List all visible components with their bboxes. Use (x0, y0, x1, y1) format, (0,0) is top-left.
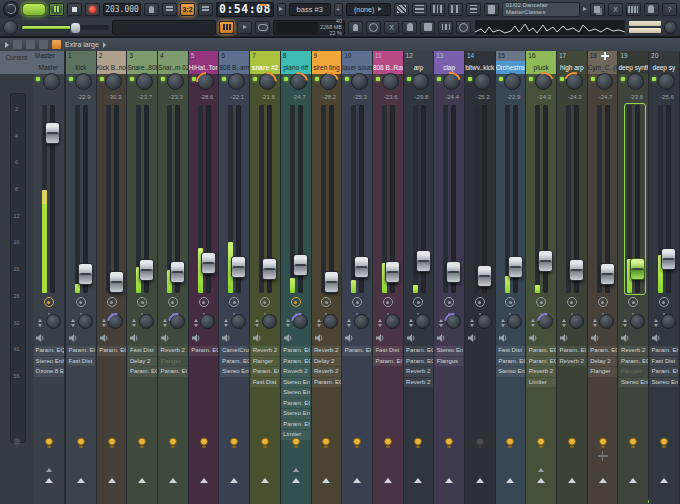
track-name[interactable]: Snare..808 (127, 61, 157, 74)
track-name[interactable]: laser sound (342, 61, 372, 74)
pan-knob[interactable] (228, 73, 245, 90)
play-button[interactable] (49, 3, 64, 16)
fader-handle[interactable] (630, 258, 645, 280)
fader-handle[interactable] (600, 263, 615, 285)
fader-handle[interactable] (508, 256, 523, 278)
fx-slot[interactable]: Delay 2 (588, 357, 617, 367)
fx-slot[interactable]: Reverb 2 (404, 367, 433, 377)
route-send-icon[interactable] (445, 478, 453, 483)
bulb-icon[interactable] (567, 437, 577, 449)
fader-handle[interactable] (262, 258, 277, 280)
stereo-separation-knob[interactable] (385, 314, 400, 329)
stereo-separation-knob[interactable] (538, 314, 553, 329)
mixer-track-strip[interactable]: 1 kick -22.9 Param. EQ 2Fast Dist (66, 51, 96, 504)
fx-slot[interactable]: Param. EQ 2 (619, 357, 648, 367)
mute-button[interactable] (628, 297, 638, 307)
mixer-button[interactable] (448, 3, 463, 16)
fx-slot[interactable]: Flanger (619, 367, 648, 377)
fader-handle[interactable] (170, 261, 185, 283)
mixer-track-strip[interactable]: 19 deep synths -23.8 Reverb 2Param. EQ 2… (618, 51, 648, 504)
route-send-icon[interactable] (77, 478, 85, 483)
route-send-icon[interactable] (599, 478, 607, 483)
stereo-separation-knob[interactable] (170, 314, 185, 329)
stereo-separation-knob[interactable] (415, 314, 430, 329)
route-send-icon[interactable] (200, 478, 208, 483)
mute-button[interactable] (229, 297, 239, 307)
fx-slot[interactable]: Fast Dist (373, 346, 402, 356)
mixer-track-strip[interactable]: Master Master Param. EQ 2Stereo Enhancer… (33, 51, 64, 504)
mixer-track-strip[interactable]: 3 Snare..808 -23.7 Fast DistDelay 2Param… (127, 51, 157, 504)
mute-button[interactable] (321, 297, 331, 307)
track-enable-led[interactable] (376, 77, 380, 81)
stereo-separation-knob[interactable] (599, 314, 614, 329)
chevron-right-icon[interactable] (103, 42, 106, 48)
mute-button[interactable] (567, 297, 577, 307)
fx-slot[interactable]: Ozone 8 Elements (34, 367, 64, 377)
stereo-swap-icon[interactable] (71, 319, 75, 329)
fx-slot[interactable]: Param. EQ 2 (128, 367, 157, 377)
fx-slot[interactable]: Delay 2 (312, 357, 341, 367)
mute-button[interactable] (260, 297, 270, 307)
current-track-strip[interactable]: Current 246812162126324156 (0, 51, 33, 504)
route-send-icon[interactable] (322, 478, 330, 483)
mixer-track-strip[interactable]: 9 siren ting -28.2 Reverb 2Delay 2Reverb… (312, 51, 342, 504)
fx-slot[interactable]: Param. EQ 2 (159, 367, 188, 377)
route-send-icon[interactable] (108, 478, 116, 483)
bulb-icon[interactable] (107, 437, 117, 449)
fader-handle[interactable] (446, 261, 461, 283)
bulb-icon[interactable] (229, 437, 239, 449)
bulb-icon[interactable] (321, 437, 331, 449)
fx-slot[interactable]: Reverb 2 (251, 346, 280, 356)
metronome-button[interactable] (144, 3, 159, 16)
fx-slot[interactable]: Param. EQ 2 (404, 346, 433, 356)
mute-button[interactable] (505, 297, 515, 307)
route-send-icon[interactable] (138, 478, 146, 483)
pan-knob[interactable] (105, 73, 122, 90)
track-name[interactable]: 808 B..arm (219, 61, 249, 74)
channel-rack-button[interactable] (412, 3, 427, 16)
pan-knob[interactable] (627, 73, 644, 90)
fx-slot[interactable]: Flanger (588, 367, 617, 377)
mute-button[interactable] (413, 297, 423, 307)
view-size-label[interactable]: Extra large (65, 41, 99, 48)
fader-handle[interactable] (385, 261, 400, 283)
bulb-icon[interactable] (659, 437, 669, 449)
track-name[interactable]: Snar..m 029 (158, 61, 188, 74)
stereo-swap-icon[interactable] (562, 319, 566, 329)
fx-slot[interactable]: Param. EQ 2 (97, 346, 126, 356)
fx-slot[interactable]: Param. EQ 2 (281, 399, 310, 409)
record-button[interactable] (85, 3, 100, 16)
bulb-icon[interactable] (199, 437, 209, 449)
stereo-swap-icon[interactable] (593, 319, 597, 329)
dock-icon[interactable] (26, 40, 35, 49)
fx-slot[interactable]: Reverb 2 (312, 346, 341, 356)
bulb-icon[interactable] (475, 437, 485, 449)
bulb-icon[interactable] (628, 437, 638, 449)
main-volume-slider[interactable] (21, 25, 109, 30)
bulb-icon[interactable] (291, 437, 301, 449)
route-send-icon[interactable] (261, 478, 269, 483)
route-send-icon[interactable] (45, 478, 53, 483)
mute-button[interactable] (107, 297, 117, 307)
fader-handle[interactable] (416, 250, 431, 272)
track-enable-led[interactable] (621, 77, 625, 81)
mute-button[interactable] (475, 297, 485, 307)
track-enable-led[interactable] (499, 77, 503, 81)
fl-logo-icon[interactable] (3, 1, 19, 17)
mixer-track-strip[interactable]: 7 snare #2 -21.8 Reverb 2FlangerParam. E… (250, 51, 280, 504)
fx-slot[interactable]: Fast Dist (67, 357, 96, 367)
stereo-swap-icon[interactable] (347, 319, 351, 329)
fader-handle[interactable] (45, 122, 60, 144)
fx-slot[interactable]: Param. EQ 2 (343, 346, 372, 356)
mixer-track-strip[interactable]: 2 Kick B..nock -30.3 Param. EQ 2 (97, 51, 127, 504)
cpu-panel[interactable]: 40 2268 MB 22 % (273, 20, 345, 35)
fader-handle[interactable] (477, 265, 492, 287)
bulb-icon[interactable] (444, 437, 454, 449)
stereo-swap-icon[interactable] (409, 319, 413, 329)
help-button[interactable]: ? (662, 3, 677, 16)
view-layout-icon[interactable] (52, 40, 61, 49)
track-enable-led[interactable] (130, 77, 134, 81)
mixer-track-strip[interactable]: 5 HiHat..Torq -28.6 Param. EQ 2 (189, 51, 219, 504)
pan-knob[interactable] (566, 73, 583, 90)
playlist-button[interactable] (394, 3, 409, 16)
